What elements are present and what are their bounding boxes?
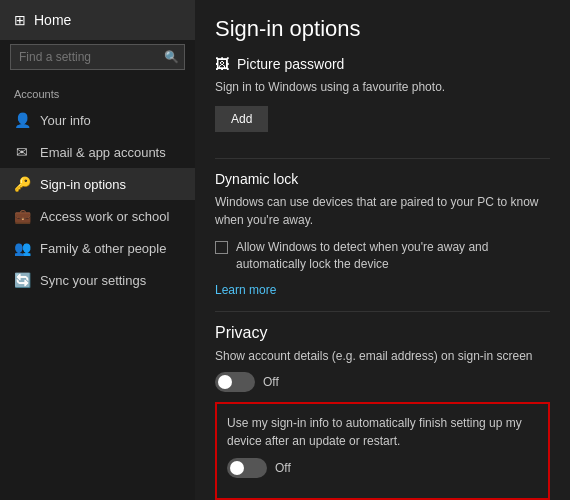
- sync-icon: 🔄: [14, 272, 30, 288]
- show-account-toggle[interactable]: [215, 372, 255, 392]
- dynamic-lock-section: Dynamic lock: [215, 171, 550, 187]
- dynamic-lock-heading: Dynamic lock: [215, 171, 298, 187]
- sidebar-item-label: Family & other people: [40, 241, 166, 256]
- sign-in-icon: 🔑: [14, 176, 30, 192]
- home-label: Home: [34, 12, 71, 28]
- dynamic-lock-checkbox-row: Allow Windows to detect when you're away…: [215, 239, 550, 273]
- toggle1-row: Off: [215, 372, 550, 392]
- toggle1-thumb: [218, 375, 232, 389]
- sidebar-item-sign-in-options[interactable]: 🔑 Sign-in options: [0, 168, 195, 200]
- toggle2-label: Off: [275, 461, 291, 475]
- toggle2-thumb: [230, 461, 244, 475]
- dynamic-lock-learn-more[interactable]: Learn more: [215, 283, 550, 297]
- sidebar-item-your-info[interactable]: 👤 Your info: [0, 104, 195, 136]
- sidebar-item-family-other-people[interactable]: 👥 Family & other people: [0, 232, 195, 264]
- sidebar-item-access-work-school[interactable]: 💼 Access work or school: [0, 200, 195, 232]
- picture-password-heading: Picture password: [237, 56, 344, 72]
- sidebar-item-label: Sync your settings: [40, 273, 146, 288]
- sign-in-info-desc: Use my sign-in info to automatically fin…: [227, 414, 538, 450]
- search-box: 🔍: [10, 44, 185, 70]
- add-picture-password-button[interactable]: Add: [215, 106, 268, 132]
- sign-in-info-highlight-box: Use my sign-in info to automatically fin…: [215, 402, 550, 500]
- dynamic-lock-checkbox-label: Allow Windows to detect when you're away…: [236, 239, 550, 273]
- picture-password-section: 🖼 Picture password: [215, 56, 550, 72]
- sidebar-item-label: Email & app accounts: [40, 145, 166, 160]
- divider2: [215, 311, 550, 312]
- dynamic-lock-checkbox[interactable]: [215, 241, 228, 254]
- sidebar-item-sync-your-settings[interactable]: 🔄 Sync your settings: [0, 264, 195, 296]
- main-content: Sign-in options 🖼 Picture password Sign …: [195, 0, 570, 500]
- sidebar-home-button[interactable]: ⊞ Home: [0, 0, 195, 40]
- picture-password-icon: 🖼: [215, 56, 229, 72]
- sidebar: ⊞ Home 🔍 Accounts 👤 Your info ✉ Email & …: [0, 0, 195, 500]
- your-info-icon: 👤: [14, 112, 30, 128]
- show-account-desc: Show account details (e.g. email address…: [215, 348, 550, 365]
- privacy-heading: Privacy: [215, 324, 550, 342]
- sidebar-item-label: Sign-in options: [40, 177, 126, 192]
- sidebar-item-email-app-accounts[interactable]: ✉ Email & app accounts: [0, 136, 195, 168]
- toggle1-label: Off: [263, 375, 279, 389]
- sidebar-item-label: Your info: [40, 113, 91, 128]
- accounts-section-label: Accounts: [0, 80, 195, 104]
- sidebar-item-label: Access work or school: [40, 209, 169, 224]
- work-icon: 💼: [14, 208, 30, 224]
- picture-password-desc: Sign in to Windows using a favourite pho…: [215, 78, 550, 96]
- search-icon: 🔍: [164, 50, 179, 64]
- page-title: Sign-in options: [215, 16, 550, 42]
- toggle2-row: Off: [227, 458, 538, 478]
- sign-in-info-toggle[interactable]: [227, 458, 267, 478]
- email-icon: ✉: [14, 144, 30, 160]
- divider1: [215, 158, 550, 159]
- dynamic-lock-desc: Windows can use devices that are paired …: [215, 193, 550, 229]
- home-icon: ⊞: [14, 12, 26, 28]
- family-icon: 👥: [14, 240, 30, 256]
- search-input[interactable]: [10, 44, 185, 70]
